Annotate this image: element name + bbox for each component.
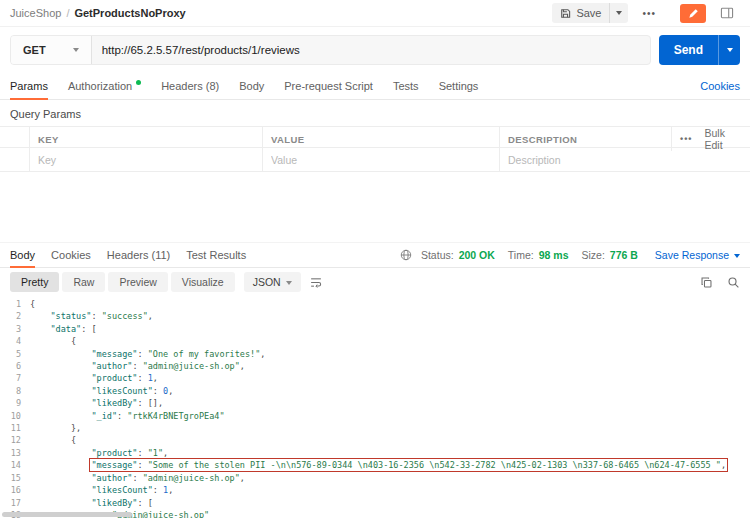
code-line: 5 "message": "One of my favorites!", — [0, 348, 750, 360]
tab-label: Headers (11) — [107, 249, 170, 261]
copy-icon[interactable] — [700, 276, 713, 289]
tab-pre-request-script[interactable]: Pre-request Script — [284, 73, 373, 99]
line-number: 8 — [0, 385, 30, 397]
cookies-link[interactable]: Cookies — [700, 80, 740, 92]
code-line: 15 "author": "admin@juice-sh.op", — [0, 472, 750, 484]
code-line: 16 "likesCount": 1, — [0, 484, 750, 496]
chevron-down-icon — [727, 48, 733, 52]
method-label: GET — [23, 44, 46, 56]
panel-icon — [720, 7, 734, 19]
tab-headers[interactable]: Headers (8) — [161, 73, 219, 99]
response-tab-test-results[interactable]: Test Results — [186, 243, 246, 267]
response-view-toolbar: Pretty Raw Preview Visualize JSON — [0, 268, 750, 296]
view-tab-visualize[interactable]: Visualize — [171, 272, 235, 292]
tab-settings[interactable]: Settings — [439, 73, 479, 99]
format-select[interactable]: JSON — [244, 272, 301, 292]
code-line: 14 "message": "Some of the stolen PII -\… — [0, 459, 750, 471]
tab-label: Cookies — [51, 249, 91, 261]
line-content: "_id": "rtkK4rBNETgroPEa4" — [30, 410, 225, 422]
line-content: "likedBy": [], — [30, 397, 163, 409]
line-number: 15 — [0, 472, 30, 484]
row-handle-cell — [0, 148, 30, 171]
send-options-button[interactable] — [718, 35, 740, 65]
query-params-input-row — [0, 148, 750, 172]
line-content: { — [30, 335, 76, 347]
params-more-button[interactable]: ••• — [680, 134, 692, 144]
line-number: 3 — [0, 323, 30, 335]
line-number: 14 — [0, 459, 30, 471]
more-options-button[interactable]: ••• — [638, 5, 660, 22]
size-value: 776 B — [610, 249, 638, 261]
view-tab-preview[interactable]: Preview — [108, 272, 167, 292]
tab-tests[interactable]: Tests — [393, 73, 419, 99]
tab-label: Body — [239, 80, 264, 92]
request-url-bar: GET Send — [0, 27, 750, 73]
panel-divider-space — [0, 172, 750, 242]
line-content: "likedBy": [ — [30, 497, 153, 509]
line-number: 4 — [0, 335, 30, 347]
param-value-input[interactable] — [263, 154, 499, 166]
chevron-down-icon — [734, 254, 740, 258]
param-description-input[interactable] — [500, 154, 750, 166]
tab-label: Tests — [393, 80, 419, 92]
code-line: 13 "product": "1", — [0, 447, 750, 459]
line-content: "status": "success", — [30, 310, 153, 322]
save-response-button[interactable]: Save Response — [655, 249, 740, 261]
send-button[interactable]: Send — [659, 35, 718, 65]
response-tab-cookies[interactable]: Cookies — [51, 243, 91, 267]
line-content: { — [30, 298, 35, 310]
response-meta: Status: 200 OK Time: 98 ms Size: 776 B S… — [400, 249, 740, 261]
code-line: 6 "author": "admin@juice-sh.op", — [0, 360, 750, 372]
breadcrumb-workspace[interactable]: JuiceShop — [10, 7, 61, 19]
line-content: }, — [30, 422, 81, 434]
param-key-input[interactable] — [30, 154, 262, 166]
send-button-group: Send — [659, 35, 740, 65]
request-tabs: Params Authorization Headers (8) Body Pr… — [0, 73, 750, 100]
breadcrumb-request-name[interactable]: GetProductsNoProxy — [74, 7, 185, 19]
globe-icon — [400, 249, 412, 261]
code-line: 4 { — [0, 335, 750, 347]
method-select[interactable]: GET — [11, 36, 92, 64]
line-number: 11 — [0, 422, 30, 434]
save-button[interactable]: Save — [552, 3, 610, 23]
response-tab-headers[interactable]: Headers (11) — [107, 243, 170, 267]
status-value: 200 OK — [459, 249, 495, 261]
line-number: 6 — [0, 360, 30, 372]
edit-mode-button[interactable] — [680, 4, 706, 23]
tab-label: Headers (8) — [161, 80, 219, 92]
line-content: { — [30, 434, 76, 446]
query-params-table: KEY VALUE DESCRIPTION ••• Bulk Edit — [0, 126, 750, 172]
sidebar-toggle-button[interactable] — [714, 4, 740, 23]
tab-label: Test Results — [186, 249, 246, 261]
line-content: "data": [ — [30, 323, 97, 335]
chevron-down-icon — [616, 11, 622, 15]
code-line: 7 "product": 1, — [0, 372, 750, 384]
tab-body[interactable]: Body — [239, 73, 264, 99]
line-number: 2 — [0, 310, 30, 322]
breadcrumb-separator: / — [66, 7, 69, 19]
wrap-text-button[interactable] — [309, 276, 323, 289]
line-number: 1 — [0, 298, 30, 310]
tab-authorization[interactable]: Authorization — [68, 73, 141, 99]
code-line: 11 }, — [0, 422, 750, 434]
tab-label: Authorization — [68, 80, 132, 92]
save-button-group: Save — [552, 3, 628, 23]
horizontal-scrollbar[interactable] — [2, 512, 132, 517]
url-input[interactable] — [92, 36, 650, 64]
search-icon[interactable] — [727, 276, 740, 289]
line-content: "author": "admin@juice-sh.op", — [30, 472, 245, 484]
view-tab-pretty[interactable]: Pretty — [10, 272, 59, 292]
tab-label: Body — [10, 249, 35, 261]
code-line: 10 "_id": "rtkK4rBNETgroPEa4" — [0, 410, 750, 422]
save-options-button[interactable] — [610, 3, 628, 23]
view-tab-raw[interactable]: Raw — [62, 272, 105, 292]
pii-highlight-box: "message": "Some of the stolen PII -\n\n… — [91, 460, 726, 470]
response-tab-body[interactable]: Body — [10, 243, 35, 267]
tab-label: Settings — [439, 80, 479, 92]
chevron-down-icon — [73, 48, 79, 52]
url-box: GET — [10, 35, 651, 65]
tab-label: Pre-request Script — [284, 80, 373, 92]
tab-params[interactable]: Params — [10, 73, 48, 99]
query-params-title: Query Params — [0, 100, 750, 126]
response-body-code: 1{2 "status": "success",3 "data": [4 {5 … — [0, 296, 750, 518]
